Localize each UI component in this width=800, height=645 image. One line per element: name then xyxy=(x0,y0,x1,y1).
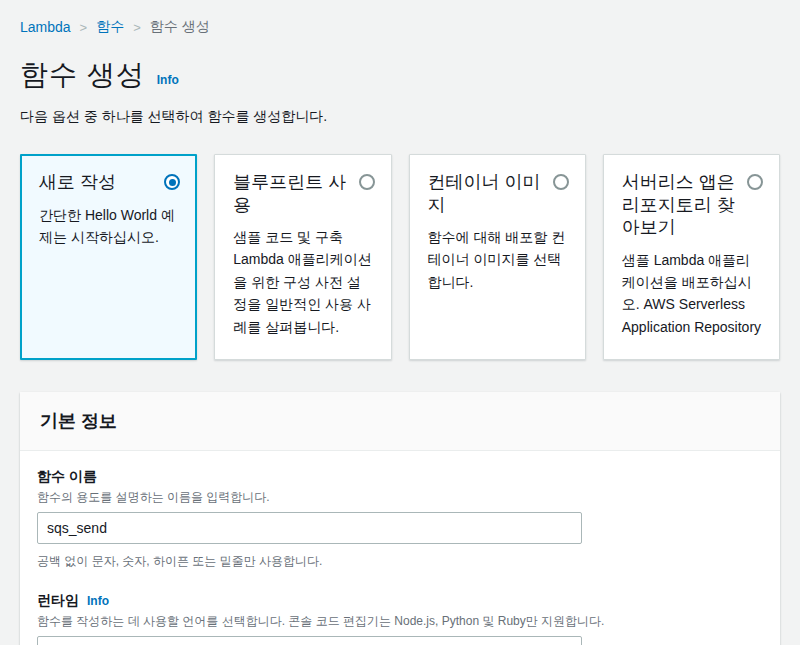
runtime-select[interactable]: Node.js 14.x ▼ xyxy=(37,636,582,645)
card-title: 블루프린트 사용 xyxy=(233,171,358,216)
basic-info-panel-body: 함수 이름 함수의 용도를 설명하는 이름을 입력합니다. 공백 없이 문자, … xyxy=(20,451,780,645)
creation-option-cards: 새로 작성 간단한 Hello World 예제는 시작하십시오. 블루프린트 … xyxy=(20,154,780,360)
function-name-constraint: 공백 없이 문자, 숫자, 하이픈 또는 밑줄만 사용합니다. xyxy=(37,553,760,570)
card-title: 서버리스 앱은 리포지토리 찾아보기 xyxy=(622,171,747,239)
breadcrumb: Lambda > 함수 > 함수 생성 xyxy=(20,14,780,36)
card-header: 새로 작성 xyxy=(39,171,180,194)
radio-container-image[interactable] xyxy=(553,174,569,190)
basic-info-panel: 기본 정보 함수 이름 함수의 용도를 설명하는 이름을 입력합니다. 공백 없… xyxy=(20,392,780,645)
page-title: 함수 생성 xyxy=(20,56,145,94)
runtime-label-row: 런타임 Info xyxy=(37,592,760,610)
card-description: 샘플 코드 및 구축 Lambda 애플리케이션을 위한 구성 사전 설정을 일… xyxy=(233,226,374,338)
card-description: 간단한 Hello World 예제는 시작하십시오. xyxy=(39,204,180,249)
radio-browse-serverless-repo[interactable] xyxy=(747,174,763,190)
page-subtitle: 다음 옵션 중 하나를 선택하여 함수를 생성합니다. xyxy=(20,108,780,126)
breadcrumb-functions-link[interactable]: 함수 xyxy=(96,18,124,36)
runtime-label: 런타임 xyxy=(37,592,79,610)
radio-use-blueprint[interactable] xyxy=(359,174,375,190)
breadcrumb-current: 함수 생성 xyxy=(150,18,210,36)
card-description: 함수에 대해 배포할 컨테이너 이미지를 선택합니다. xyxy=(428,226,569,293)
basic-info-panel-header: 기본 정보 xyxy=(20,392,780,451)
card-header: 서버리스 앱은 리포지토리 찾아보기 xyxy=(622,171,763,239)
card-title: 컨테이너 이미지 xyxy=(428,171,553,216)
page-header: 함수 생성 Info xyxy=(20,56,780,94)
card-description: 샘플 Lambda 애플리케이션을 배포하십시오. AWS Serverless… xyxy=(622,249,763,339)
title-info-link[interactable]: Info xyxy=(157,73,179,87)
basic-info-title: 기본 정보 xyxy=(40,409,760,433)
breadcrumb-separator-icon: > xyxy=(133,20,141,35)
card-browse-serverless-repo[interactable]: 서버리스 앱은 리포지토리 찾아보기 샘플 Lambda 애플리케이션을 배포하… xyxy=(603,154,780,360)
card-author-from-scratch[interactable]: 새로 작성 간단한 Hello World 예제는 시작하십시오. xyxy=(20,154,197,360)
runtime-info-link[interactable]: Info xyxy=(87,594,109,608)
card-header: 컨테이너 이미지 xyxy=(428,171,569,216)
function-name-label: 함수 이름 xyxy=(37,468,760,486)
breadcrumb-separator-icon: > xyxy=(80,20,88,35)
function-name-description: 함수의 용도를 설명하는 이름을 입력합니다. xyxy=(37,489,760,506)
radio-author-from-scratch[interactable] xyxy=(164,174,180,190)
card-use-blueprint[interactable]: 블루프린트 사용 샘플 코드 및 구축 Lambda 애플리케이션을 위한 구성… xyxy=(214,154,391,360)
breadcrumb-lambda-link[interactable]: Lambda xyxy=(20,19,71,35)
runtime-description: 함수를 작성하는 데 사용할 언어를 선택합니다. 콘솔 코드 편집기는 Nod… xyxy=(37,613,760,630)
card-container-image[interactable]: 컨테이너 이미지 함수에 대해 배포할 컨테이너 이미지를 선택합니다. xyxy=(409,154,586,360)
function-name-field-group: 함수 이름 함수의 용도를 설명하는 이름을 입력합니다. 공백 없이 문자, … xyxy=(37,468,760,570)
function-name-input[interactable] xyxy=(37,512,582,544)
card-header: 블루프린트 사용 xyxy=(233,171,374,216)
create-function-page: Lambda > 함수 > 함수 생성 함수 생성 Info 다음 옵션 중 하… xyxy=(0,0,800,645)
card-title: 새로 작성 xyxy=(39,171,122,194)
runtime-field-group: 런타임 Info 함수를 작성하는 데 사용할 언어를 선택합니다. 콘솔 코드… xyxy=(37,592,760,645)
